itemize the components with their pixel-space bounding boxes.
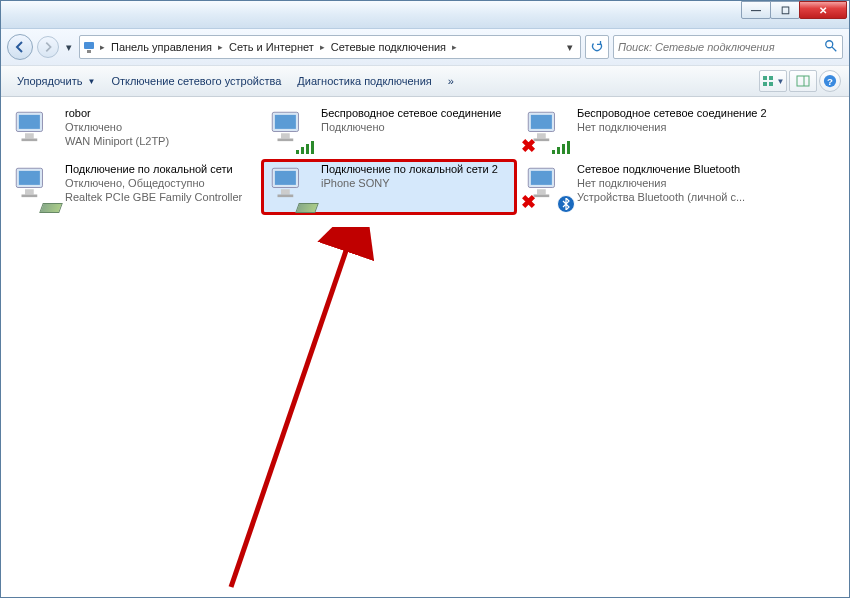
svg-rect-4 bbox=[769, 76, 773, 80]
svg-rect-24 bbox=[531, 115, 552, 129]
disconnected-x-icon: ✖ bbox=[521, 135, 536, 157]
svg-rect-27 bbox=[552, 150, 555, 154]
svg-rect-7 bbox=[797, 76, 809, 86]
connection-icon bbox=[11, 163, 59, 211]
breadcrumb-item[interactable]: Сеть и Интернет bbox=[225, 39, 318, 55]
navigation-bar: ▾ ▸ Панель управления ▸ Сеть и Интернет … bbox=[1, 29, 849, 65]
svg-rect-22 bbox=[311, 141, 314, 154]
connection-item[interactable]: Подключение по локальной сети Отключено,… bbox=[5, 159, 261, 215]
connection-title: Беспроводное сетевое соединение bbox=[321, 107, 511, 120]
connections-list: robor Отключено WAN Miniport (L2TP) Бесп… bbox=[1, 97, 849, 597]
svg-line-43 bbox=[231, 242, 349, 587]
svg-rect-38 bbox=[278, 195, 294, 198]
preview-pane-button[interactable] bbox=[789, 70, 817, 92]
maximize-button[interactable]: ☐ bbox=[770, 1, 800, 19]
connection-adapter: Устройства Bluetooth (личной с... bbox=[577, 190, 767, 204]
svg-point-2 bbox=[826, 40, 833, 47]
connection-status: Отключено, Общедоступно bbox=[65, 176, 255, 190]
search-box[interactable] bbox=[613, 35, 843, 59]
svg-rect-28 bbox=[557, 147, 560, 154]
tiles-icon bbox=[762, 75, 776, 87]
connection-item[interactable]: ✖ Сетевое подключение Bluetooth Нет подк… bbox=[517, 159, 773, 215]
refresh-button[interactable] bbox=[585, 35, 609, 59]
back-button[interactable] bbox=[7, 34, 33, 60]
svg-rect-18 bbox=[278, 139, 294, 142]
connection-icon bbox=[267, 163, 315, 211]
svg-rect-29 bbox=[562, 144, 565, 154]
svg-rect-41 bbox=[537, 189, 546, 194]
connection-status: Нет подключения bbox=[577, 176, 767, 190]
arrow-left-icon bbox=[13, 40, 27, 54]
chevron-down-icon: ▼ bbox=[87, 77, 95, 86]
svg-rect-13 bbox=[25, 133, 34, 138]
nic-icon bbox=[295, 203, 319, 213]
forward-button[interactable] bbox=[37, 36, 59, 58]
breadcrumb-item[interactable]: Панель управления bbox=[107, 39, 216, 55]
help-button[interactable]: ? bbox=[819, 70, 841, 92]
address-bar[interactable]: ▸ Панель управления ▸ Сеть и Интернет ▸ … bbox=[79, 35, 581, 59]
disconnected-x-icon: ✖ bbox=[521, 191, 536, 213]
svg-rect-37 bbox=[281, 189, 290, 194]
bluetooth-icon bbox=[557, 195, 575, 213]
refresh-icon bbox=[590, 40, 604, 54]
chevron-right-icon: ▸ bbox=[98, 42, 107, 52]
svg-rect-16 bbox=[275, 115, 296, 129]
svg-rect-12 bbox=[19, 115, 40, 129]
chevron-right-icon: ▸ bbox=[318, 42, 327, 52]
disable-device-button[interactable]: Отключение сетевого устройства bbox=[103, 71, 289, 91]
network-connections-icon bbox=[82, 39, 98, 55]
connection-item[interactable]: ✖ Беспроводное сетевое соединение 2 Нет … bbox=[517, 103, 773, 159]
connection-icon bbox=[267, 107, 315, 155]
svg-text:?: ? bbox=[827, 76, 833, 87]
signal-icon bbox=[295, 139, 315, 155]
connection-title: Беспроводное сетевое соединение 2 bbox=[577, 107, 767, 120]
chevron-right-icon: ▸ bbox=[450, 42, 459, 52]
svg-rect-34 bbox=[22, 195, 38, 198]
svg-rect-30 bbox=[567, 141, 570, 154]
close-button[interactable]: ✕ bbox=[799, 1, 847, 19]
annotation-arrow bbox=[211, 227, 411, 597]
view-options-button[interactable]: ▼ bbox=[759, 70, 787, 92]
breadcrumb-item[interactable]: Сетевые подключения bbox=[327, 39, 450, 55]
connection-icon: ✖ bbox=[523, 163, 571, 211]
connection-adapter: iPhone SONY bbox=[321, 176, 511, 190]
arrow-right-icon bbox=[42, 41, 54, 53]
connection-status: Подключено bbox=[321, 120, 511, 134]
chevron-right-icon: ▸ bbox=[216, 42, 225, 52]
connection-adapter: Realtek PCIe GBE Family Controller bbox=[65, 190, 255, 204]
connection-status: Отключено bbox=[65, 120, 255, 134]
connection-status: Нет подключения bbox=[577, 120, 767, 134]
connection-title: Подключение по локальной сети bbox=[65, 163, 255, 176]
minimize-button[interactable]: — bbox=[741, 1, 771, 19]
connection-adapter: WAN Miniport (L2TP) bbox=[65, 134, 255, 148]
svg-rect-5 bbox=[763, 82, 767, 86]
connection-item[interactable]: Беспроводное сетевое соединение Подключе… bbox=[261, 103, 517, 159]
svg-rect-40 bbox=[531, 171, 552, 185]
connection-title: robor bbox=[65, 107, 255, 120]
svg-rect-36 bbox=[275, 171, 296, 185]
connection-item[interactable]: robor Отключено WAN Miniport (L2TP) bbox=[5, 103, 261, 159]
connection-item-selected[interactable]: Подключение по локальной сети 2 iPhone S… bbox=[261, 159, 517, 215]
connection-icon: ✖ bbox=[523, 107, 571, 155]
history-dropdown[interactable]: ▾ bbox=[63, 36, 75, 58]
connection-title: Сетевое подключение Bluetooth bbox=[577, 163, 767, 176]
svg-rect-1 bbox=[87, 50, 91, 53]
command-bar: Упорядочить▼ Отключение сетевого устройс… bbox=[1, 65, 849, 97]
connection-title: Подключение по локальной сети 2 bbox=[321, 163, 511, 176]
signal-icon bbox=[551, 139, 571, 155]
organize-button[interactable]: Упорядочить▼ bbox=[9, 71, 103, 91]
connection-icon bbox=[11, 107, 59, 155]
search-input[interactable] bbox=[618, 41, 824, 53]
titlebar: — ☐ ✕ bbox=[1, 1, 849, 29]
toolbar-overflow[interactable]: » bbox=[440, 71, 462, 91]
address-dropdown[interactable]: ▾ bbox=[562, 41, 578, 54]
svg-rect-21 bbox=[306, 144, 309, 154]
svg-rect-17 bbox=[281, 133, 290, 138]
window-controls: — ☐ ✕ bbox=[742, 1, 847, 19]
panel-icon bbox=[796, 75, 810, 87]
help-icon: ? bbox=[823, 74, 837, 88]
svg-rect-0 bbox=[84, 42, 94, 49]
diagnose-button[interactable]: Диагностика подключения bbox=[289, 71, 439, 91]
search-icon[interactable] bbox=[824, 39, 838, 56]
svg-rect-19 bbox=[296, 150, 299, 154]
